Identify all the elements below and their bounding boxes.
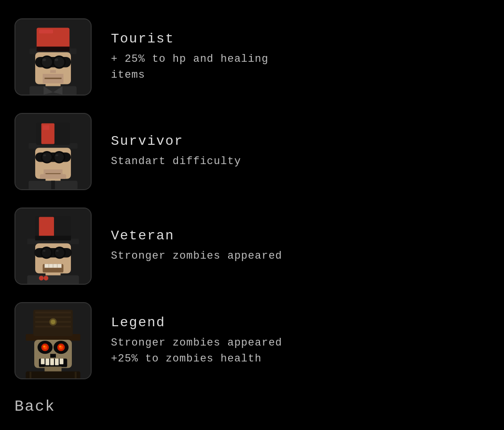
svg-point-47 (39, 276, 44, 280)
svg-rect-4 (39, 29, 53, 33)
svg-rect-24 (43, 125, 50, 130)
svg-point-34 (43, 154, 46, 156)
difficulty-item-legend[interactable]: Legend Stronger zombies appeared+25% to … (14, 293, 490, 388)
veteran-desc: Stronger zombies appeared (111, 248, 282, 264)
avatar-tourist[interactable] (14, 18, 92, 96)
svg-rect-64 (35, 312, 71, 314)
survivor-desc: Standart difficulty (111, 153, 241, 169)
svg-rect-18 (44, 78, 61, 79)
svg-point-33 (54, 153, 64, 162)
difficulty-item-tourist[interactable]: Tourist + 25% to hp and healingitems (14, 10, 490, 104)
svg-rect-46 (27, 275, 79, 285)
svg-point-16 (54, 58, 58, 61)
svg-point-52 (42, 248, 52, 258)
svg-rect-83 (55, 359, 59, 365)
tourist-name: Tourist (111, 31, 269, 46)
svg-rect-49 (34, 248, 72, 258)
svg-rect-87 (26, 371, 80, 379)
svg-rect-81 (45, 359, 49, 365)
svg-rect-67 (35, 326, 71, 328)
avatar-legend[interactable] (14, 302, 92, 379)
difficulty-item-veteran[interactable]: Veteran Stronger zombies appeared (14, 199, 490, 293)
difficulty-item-survivor[interactable]: Survivor Standart difficulty (14, 104, 490, 199)
svg-rect-84 (60, 359, 64, 364)
difficulty-info-veteran: Veteran Stronger zombies appeared (111, 228, 282, 264)
legend-desc: Stronger zombies appeared+25% to zombies… (111, 335, 282, 367)
svg-rect-80 (41, 359, 45, 364)
survivor-name: Survivor (111, 134, 241, 149)
svg-rect-38 (40, 174, 67, 179)
legend-name: Legend (111, 315, 282, 330)
veteran-name: Veteran (111, 228, 282, 243)
svg-point-48 (44, 276, 49, 280)
svg-rect-28 (51, 180, 55, 189)
difficulty-info-legend: Legend Stronger zombies appeared+25% to … (111, 315, 282, 367)
svg-rect-42 (39, 217, 54, 239)
svg-point-77 (43, 346, 45, 347)
svg-rect-88 (29, 372, 31, 378)
svg-point-15 (42, 58, 46, 61)
svg-point-32 (42, 153, 52, 162)
svg-rect-65 (35, 316, 71, 318)
svg-rect-89 (75, 372, 77, 378)
svg-point-35 (55, 154, 58, 156)
avatar-survivor[interactable] (14, 113, 92, 190)
svg-rect-43 (35, 236, 71, 241)
svg-point-78 (59, 346, 61, 347)
svg-rect-85 (50, 354, 56, 358)
svg-rect-7 (29, 86, 77, 96)
svg-rect-19 (50, 70, 56, 73)
difficulty-info-survivor: Survivor Standart difficulty (111, 134, 241, 169)
svg-point-55 (56, 250, 59, 252)
page-container: Tourist + 25% to hp and healingitems (0, 0, 504, 430)
svg-rect-82 (50, 359, 54, 365)
avatar-veteran[interactable] (14, 208, 92, 285)
back-button[interactable]: Back (14, 398, 490, 416)
difficulty-info-tourist: Tourist + 25% to hp and healingitems (111, 31, 269, 83)
svg-point-69 (51, 319, 55, 324)
svg-rect-3 (37, 47, 69, 52)
svg-point-53 (55, 248, 64, 258)
svg-point-54 (43, 250, 46, 252)
tourist-desc: + 25% to hp and healingitems (111, 51, 269, 83)
